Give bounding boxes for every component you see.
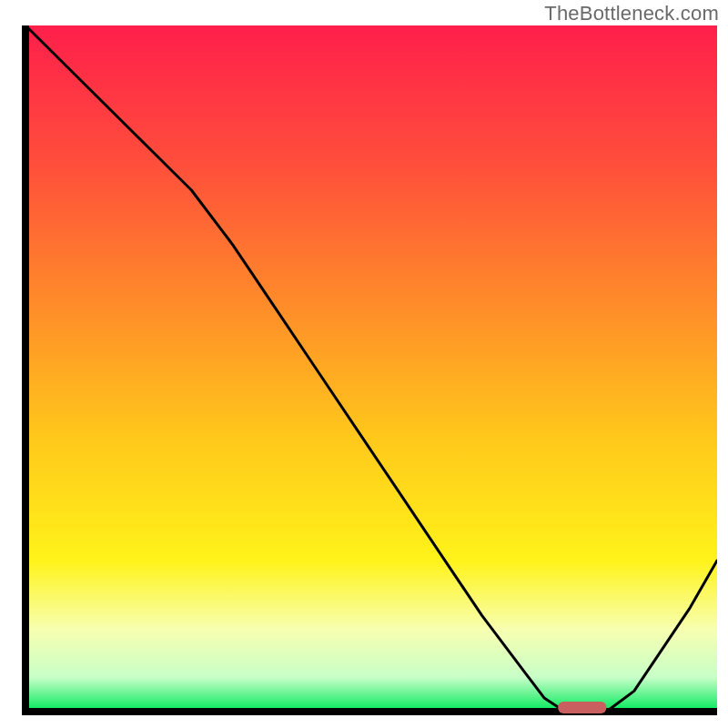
bottleneck-chart <box>0 0 728 728</box>
watermark-text: TheBottleneck.com <box>544 2 719 25</box>
optimum-marker <box>558 702 606 713</box>
chart-container: TheBottleneck.com <box>0 0 728 728</box>
